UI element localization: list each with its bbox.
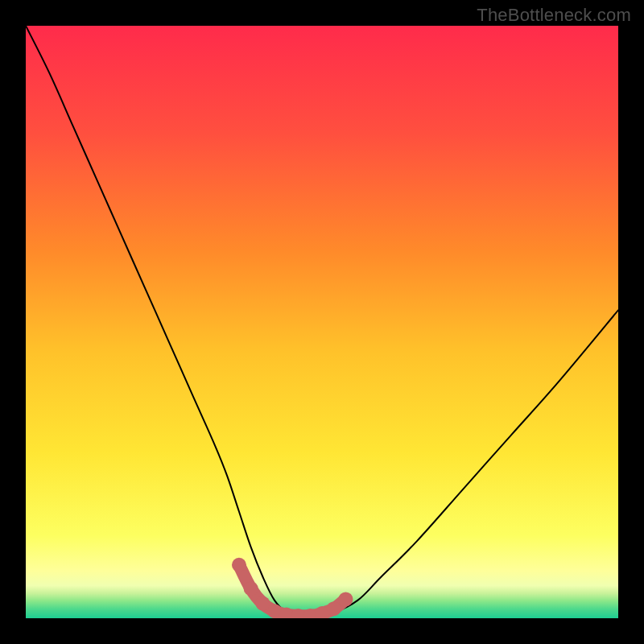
attribution-label: TheBottleneck.com [477, 5, 631, 26]
gradient-plot-area [26, 26, 618, 618]
outer-frame: TheBottleneck.com [0, 0, 644, 644]
gradient-background [26, 26, 618, 618]
